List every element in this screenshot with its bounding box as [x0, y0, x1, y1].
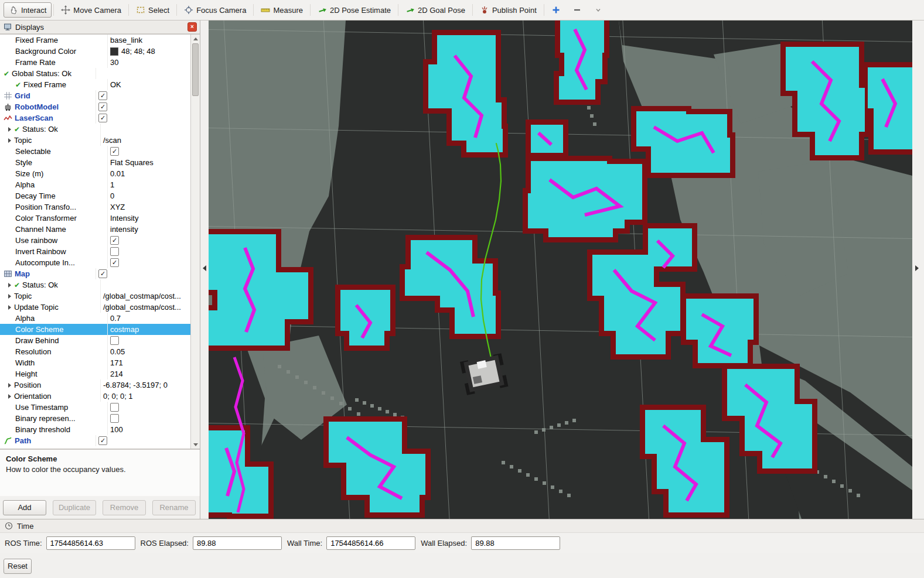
property-value-cell[interactable]: [107, 402, 190, 413]
property-row-status-ok[interactable]: ✔Status: Ok: [0, 279, 190, 290]
wall-time-input[interactable]: 1754485614.66: [326, 536, 415, 550]
property-row-autocompute-in[interactable]: Autocompute In...✓: [0, 257, 190, 268]
scrollbar-up-icon[interactable]: [191, 35, 200, 43]
tree-scrollbar[interactable]: [190, 35, 200, 449]
wall-elapsed-input[interactable]: 89.88: [471, 536, 560, 550]
checkbox-checked[interactable]: ✓: [98, 91, 107, 100]
checkbox-checked[interactable]: ✓: [98, 269, 107, 278]
property-row-color-transformer[interactable]: Color TransformerIntensity: [0, 213, 190, 224]
property-value-cell[interactable]: [107, 246, 190, 257]
tool-remove-tool[interactable]: [567, 2, 587, 18]
property-row-resolution[interactable]: Resolution0.05: [0, 346, 190, 357]
property-value[interactable]: 0.01: [110, 169, 125, 178]
property-value-cell[interactable]: XYZ: [107, 201, 190, 213]
property-value-cell[interactable]: ✓: [107, 146, 190, 157]
property-value[interactable]: Flat Squares: [110, 158, 154, 167]
checkbox-checked[interactable]: ✓: [110, 236, 119, 245]
checkbox-checked[interactable]: ✓: [110, 258, 119, 267]
property-value[interactable]: /global_costmap/cost...: [103, 303, 181, 312]
property-value-cell[interactable]: costmap: [107, 324, 190, 335]
property-value[interactable]: intensity: [110, 225, 138, 234]
expand-arrow-icon[interactable]: [8, 138, 11, 143]
property-row-position-transfo[interactable]: Position Transfo...XYZ: [0, 201, 190, 213]
expand-arrow-icon[interactable]: [8, 305, 11, 310]
tool-interact[interactable]: Interact: [4, 2, 52, 18]
right-splitter[interactable]: [912, 20, 924, 519]
scrollbar-down-icon[interactable]: [191, 440, 200, 449]
property-value-cell[interactable]: [96, 68, 190, 79]
reset-button[interactable]: Reset: [4, 559, 32, 574]
duplicate-button[interactable]: Duplicate: [53, 500, 96, 515]
render-view[interactable]: [209, 20, 912, 519]
property-value[interactable]: 0; 0; 0; 1: [103, 392, 133, 401]
checkbox-unchecked[interactable]: [110, 403, 119, 412]
scene-canvas[interactable]: [209, 20, 912, 519]
panel-splitter[interactable]: [200, 20, 209, 519]
tool-goal-pose[interactable]: 2D Goal Pose: [400, 2, 470, 18]
property-value[interactable]: 171: [110, 358, 123, 367]
property-value[interactable]: 30: [110, 58, 118, 67]
property-row-status-ok[interactable]: ✔Status: Ok: [0, 124, 190, 135]
property-row-binary-represen[interactable]: Binary represen...: [0, 413, 190, 424]
property-value-cell[interactable]: [107, 335, 190, 346]
property-value-cell[interactable]: ✓: [96, 112, 190, 124]
property-row-selectable[interactable]: Selectable✓: [0, 146, 190, 157]
property-value-cell[interactable]: 0; 0; 0; 1: [100, 391, 190, 402]
property-row-grid[interactable]: Grid✓: [0, 90, 190, 101]
property-value-cell[interactable]: ✓: [107, 257, 190, 268]
tool-overflow[interactable]: [588, 2, 608, 18]
expand-arrow-icon[interactable]: [8, 394, 11, 399]
property-value[interactable]: OK: [110, 80, 121, 89]
property-row-path[interactable]: Path✓: [0, 435, 190, 446]
collapse-left-icon[interactable]: [203, 265, 206, 271]
property-value[interactable]: /scan: [103, 136, 121, 145]
property-value[interactable]: 0: [110, 191, 114, 200]
checkbox-checked[interactable]: ✓: [110, 147, 119, 156]
add-button[interactable]: Add: [3, 500, 46, 515]
checkbox-checked[interactable]: ✓: [98, 114, 107, 122]
property-value-cell[interactable]: base_link: [107, 35, 190, 46]
property-row-orientation[interactable]: Orientation0; 0; 0; 1: [0, 391, 190, 402]
property-value-cell[interactable]: 0: [107, 190, 190, 201]
property-value-cell[interactable]: /scan: [100, 135, 190, 146]
property-value-cell[interactable]: /global_costmap/cost...: [100, 290, 190, 302]
ros-time-input[interactable]: 1754485614.63: [46, 536, 135, 550]
property-value[interactable]: /global_costmap/cost...: [103, 292, 181, 300]
property-value-cell[interactable]: ✓: [96, 268, 190, 279]
tool-publish-point[interactable]: Publish Point: [475, 2, 542, 18]
property-row-width[interactable]: Width171: [0, 357, 190, 368]
property-row-update-topic[interactable]: Update Topic/global_costmap/cost...: [0, 302, 190, 313]
property-row-color-scheme[interactable]: Color Schemecostmap: [0, 324, 190, 335]
property-value-cell[interactable]: Intensity: [107, 213, 190, 224]
property-value-cell[interactable]: /global_costmap/cost...: [100, 302, 190, 313]
property-value[interactable]: -6.8784; -3.5197; 0: [103, 381, 168, 389]
property-row-binary-threshold[interactable]: Binary threshold100: [0, 424, 190, 435]
property-row-fixed-frame[interactable]: Fixed Framebase_link: [0, 35, 190, 46]
expand-arrow-icon[interactable]: [8, 127, 11, 132]
property-value-cell[interactable]: 0.01: [107, 168, 190, 179]
property-value[interactable]: 48; 48; 48: [121, 47, 155, 56]
ros-elapsed-input[interactable]: 89.88: [193, 536, 282, 550]
property-value-cell[interactable]: 48; 48; 48: [107, 46, 190, 57]
property-value-cell[interactable]: [107, 413, 190, 424]
property-row-height[interactable]: Height214: [0, 368, 190, 379]
property-row-size-m[interactable]: Size (m)0.01: [0, 168, 190, 179]
checkbox-checked[interactable]: ✓: [98, 102, 107, 111]
property-row-alpha[interactable]: Alpha1: [0, 179, 190, 190]
collapse-right-icon[interactable]: [915, 265, 919, 271]
property-row-invert-rainbow[interactable]: Invert Rainbow: [0, 246, 190, 257]
property-row-map[interactable]: Map✓: [0, 268, 190, 279]
checkbox-unchecked[interactable]: [110, 336, 119, 345]
property-value-cell[interactable]: ✓: [96, 101, 190, 112]
property-value[interactable]: 214: [110, 370, 123, 378]
property-value-cell[interactable]: ✓: [96, 90, 190, 101]
property-row-global-status-ok[interactable]: ✔Global Status: Ok: [0, 68, 190, 79]
rename-button[interactable]: Rename: [152, 500, 196, 515]
property-value[interactable]: Intensity: [110, 214, 138, 223]
property-value-cell[interactable]: 100: [107, 424, 190, 435]
property-value-cell[interactable]: -6.8784; -3.5197; 0: [100, 379, 190, 391]
tool-pose-estimate[interactable]: 2D Pose Estimate: [312, 2, 396, 18]
property-row-use-timestamp[interactable]: Use Timestamp: [0, 402, 190, 413]
property-value[interactable]: costmap: [110, 325, 139, 334]
property-row-background-color[interactable]: Background Color48; 48; 48: [0, 46, 190, 57]
